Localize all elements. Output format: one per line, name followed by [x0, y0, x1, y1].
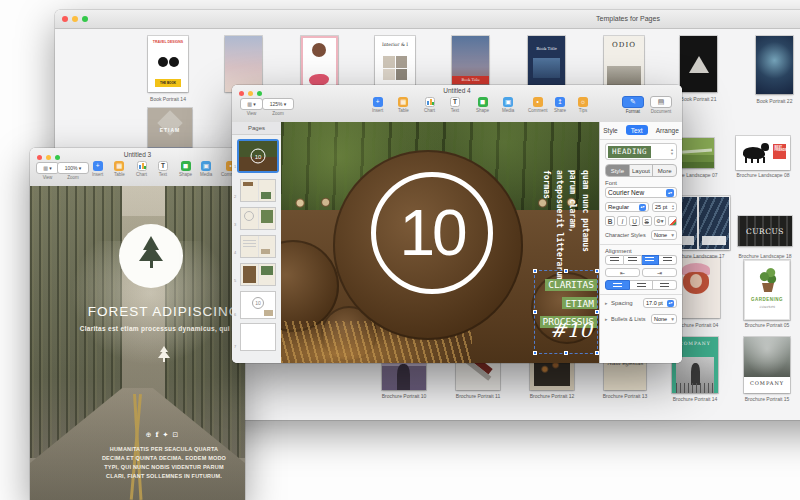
- facebook-icon[interactable]: f: [156, 430, 163, 439]
- page-thumbnail[interactable]: 10: [241, 292, 275, 318]
- view-button[interactable]: ▥ ▾ View: [240, 98, 263, 116]
- template-item[interactable]: COMPANY Brochure Portrait 15: [744, 337, 790, 393]
- template-item[interactable]: CURCUS Brochure Landscape 18: [738, 216, 792, 246]
- font-size-stepper[interactable]: 25 pt ▴▾: [652, 202, 677, 212]
- camera-icon[interactable]: ⊡: [172, 431, 182, 438]
- document-button[interactable]: ▤ Document: [650, 96, 672, 114]
- tab-text[interactable]: Text: [626, 125, 648, 135]
- minimize-button[interactable]: [72, 16, 78, 22]
- character-styles-dropdown[interactable]: None▾: [651, 230, 677, 240]
- text-button[interactable]: T Text: [158, 161, 168, 177]
- untitled3-document[interactable]: FOREST ADIPISCING Claritas est etiam pro…: [30, 186, 245, 500]
- bold-button[interactable]: B: [605, 216, 615, 226]
- page-thumbnail[interactable]: [241, 208, 275, 229]
- insert-button[interactable]: + Insert: [372, 97, 383, 113]
- doc-subtitle[interactable]: Claritas est etiam processus dynamicus, …: [30, 325, 245, 332]
- template-item[interactable]: Book Portrait 22: [756, 36, 793, 94]
- text-color-well[interactable]: [668, 216, 677, 226]
- close-button[interactable]: [62, 16, 68, 22]
- page-thumbnail[interactable]: [241, 264, 275, 285]
- tree-logo[interactable]: [119, 224, 183, 288]
- zoom-dropdown[interactable]: 100% ▾ Zoom: [57, 162, 89, 180]
- align-justify-button[interactable]: [659, 255, 677, 265]
- template-item[interactable]: BEST FRIENDS Brochure Landscape 08: [736, 136, 790, 170]
- media-button[interactable]: ▣ Media: [502, 97, 514, 113]
- doc-heading[interactable]: FOREST ADIPISCING: [30, 304, 245, 319]
- indent-decrease-button[interactable]: ⇤: [605, 268, 640, 277]
- font-family-dropdown[interactable]: Courier New ▴▾: [605, 187, 677, 198]
- template-item[interactable]: Book Title: [528, 36, 565, 92]
- indent-increase-button[interactable]: ⇥: [642, 268, 677, 277]
- chart-icon: [425, 97, 435, 107]
- share-icon[interactable]: ⊕: [146, 431, 156, 438]
- align-bottom-button[interactable]: [653, 280, 677, 290]
- page-thumbnail[interactable]: [241, 324, 275, 350]
- stepper-icon[interactable]: ▴▾: [666, 189, 674, 197]
- template-item[interactable]: Interior & I: [375, 36, 415, 92]
- view-button[interactable]: ▥ ▾ View: [36, 162, 59, 180]
- page-thumbnail-selected[interactable]: 10: [237, 139, 279, 173]
- strikethrough-button[interactable]: S: [642, 216, 652, 226]
- spacing-dropdown[interactable]: 17.0 pt ▴▾: [643, 298, 677, 308]
- table-button[interactable]: ▦ Table: [398, 97, 409, 113]
- share-button[interactable]: ↥ Share: [554, 97, 566, 113]
- advanced-options-gear-icon[interactable]: ⚙▾: [654, 216, 666, 226]
- social-icons[interactable]: ⊕f✦⊡: [30, 430, 245, 439]
- align-right-button[interactable]: [642, 255, 660, 265]
- template-item[interactable]: [225, 36, 262, 92]
- underline-button[interactable]: U: [629, 216, 639, 226]
- template-item[interactable]: ODIO: [604, 36, 644, 92]
- shape-icon: ◼: [181, 161, 191, 171]
- seg-more[interactable]: More: [653, 165, 676, 176]
- template-item[interactable]: TRAVEL DESIGNS THE BOOK Book Portrait 14: [148, 36, 188, 92]
- seg-style[interactable]: Style: [606, 165, 630, 176]
- untitled4-header[interactable]: Untitled 4 ▥ ▾ View 125% ▾ Zoom + Insert…: [232, 85, 682, 123]
- comment-button[interactable]: • Comment: [528, 97, 548, 113]
- table-button[interactable]: ▦ Table: [114, 161, 125, 177]
- italic-button[interactable]: I: [617, 216, 627, 226]
- twitter-icon[interactable]: ✦: [163, 431, 173, 438]
- template-item[interactable]: Book Title: [452, 36, 489, 92]
- media-button[interactable]: ▣ Media: [200, 161, 212, 177]
- disclosure-triangle-icon[interactable]: ▸: [605, 316, 608, 322]
- insert-button[interactable]: + Insert: [92, 161, 103, 177]
- align-middle-button[interactable]: [630, 280, 654, 290]
- template-item[interactable]: Book Portrait 21: [680, 36, 717, 92]
- ch art-button[interactable]: Chart: [136, 161, 147, 177]
- untitled4-document[interactable]: 10 quam nunc putamus parum claram, antep…: [281, 122, 600, 363]
- templates-titlebar[interactable]: Templates for Pages: [55, 10, 800, 29]
- seg-layout[interactable]: Layout: [630, 165, 654, 176]
- chart-button[interactable]: Chart: [424, 97, 435, 113]
- stepper-icon[interactable]: ▴▾: [639, 204, 646, 211]
- bullets-dropdown[interactable]: None▾: [651, 314, 677, 324]
- align-center-button[interactable]: [624, 255, 642, 265]
- text-button[interactable]: T Text: [450, 97, 460, 113]
- cover-number-circle[interactable]: 10: [371, 172, 493, 294]
- tab-style[interactable]: Style: [598, 125, 622, 135]
- align-top-button[interactable]: [605, 280, 630, 290]
- page-thumbnail[interactable]: [241, 236, 275, 257]
- format-button[interactable]: ✎ Format: [622, 96, 644, 114]
- untitled3-header[interactable]: Untitled 3 ▥ ▾ View 100% ▾ Zoom + Insert…: [30, 148, 245, 187]
- template-item[interactable]: GARDENING courses Brochure Portrait 05: [744, 260, 790, 320]
- tab-arrange[interactable]: Arrange: [651, 125, 684, 135]
- font-weight-dropdown[interactable]: Regular ▴▾: [605, 202, 649, 212]
- template-label: Book Portrait 14: [130, 96, 206, 102]
- pages-tab[interactable]: Pages: [232, 122, 281, 135]
- template-label: Brochure Landscape 08: [725, 172, 800, 178]
- shape-button[interactable]: ◼ Shape: [179, 161, 192, 177]
- fullscreen-button[interactable]: [82, 16, 88, 22]
- doc-footer-text[interactable]: HUMANITATIS PER SEACULA QUARTA DECIMA ET…: [64, 445, 245, 481]
- disclosure-triangle-icon[interactable]: ▸: [605, 300, 608, 306]
- align-left-button[interactable]: [605, 255, 624, 265]
- page-thumbnail[interactable]: [241, 180, 275, 201]
- stepper-icon[interactable]: ▴▾: [667, 300, 674, 307]
- selection-box[interactable]: [534, 270, 598, 354]
- zoom-dropdown[interactable]: 125% ▾ Zoom: [262, 98, 294, 116]
- template-item[interactable]: [301, 36, 338, 92]
- stepper-icon[interactable]: ▲▼: [670, 148, 674, 155]
- shape-button[interactable]: ◼ Shape: [476, 97, 489, 113]
- stepper-icon[interactable]: ▴▾: [672, 204, 674, 211]
- paragraph-style-picker[interactable]: HEADING ▲▼: [605, 143, 677, 160]
- tips-button[interactable]: ☼ Tips: [578, 97, 588, 113]
